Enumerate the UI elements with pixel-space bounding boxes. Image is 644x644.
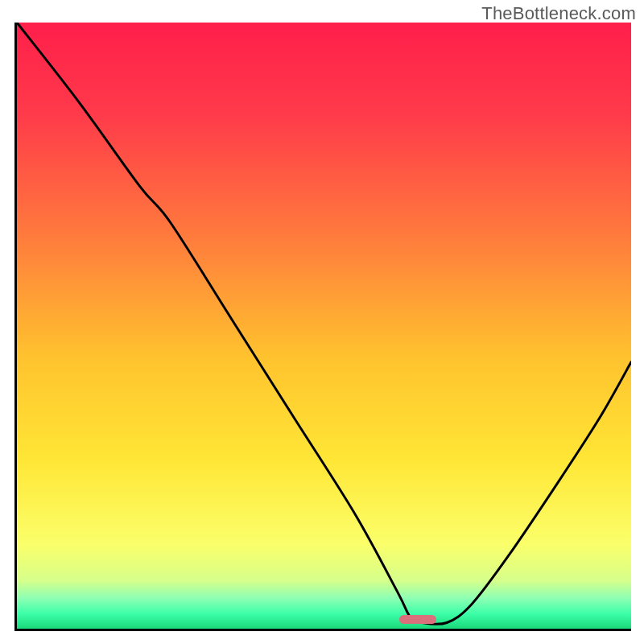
watermark-text: TheBottleneck.com	[481, 3, 636, 24]
optimum-marker	[399, 615, 436, 624]
plot-svg	[17, 23, 631, 629]
bottleneck-chart: TheBottleneck.com	[0, 0, 644, 644]
gradient-background	[17, 23, 631, 629]
plot-area	[14, 23, 631, 631]
